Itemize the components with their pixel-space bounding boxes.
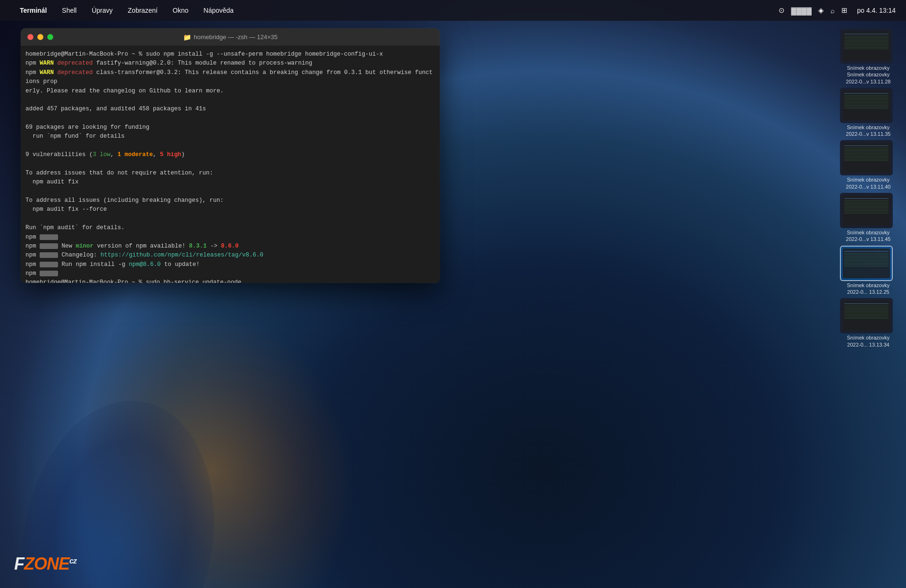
minimize-button[interactable]: [37, 34, 43, 40]
terminal-line: [25, 114, 435, 123]
screenshot-thumbnail: [840, 140, 893, 175]
terminal-line: npm ■■■■■ New minor version of npm avail…: [25, 242, 435, 251]
terminal-line: [25, 160, 435, 169]
screenshot-thumbnail: [840, 298, 893, 333]
menu-okno[interactable]: Okno: [170, 6, 191, 15]
terminal-line: npm ■■■■■: [25, 269, 435, 278]
menubar: Terminál Shell Úpravy Zobrazení Okno Náp…: [0, 0, 906, 21]
terminal-line: [25, 215, 435, 224]
screenshot-label: Snímek obrazovky2022-0... 13.12.25: [840, 282, 897, 296]
battery-icon: ▓▓▓▓: [791, 7, 812, 15]
terminal-title: 📁 homebridge — -zsh — 124×35: [183, 33, 277, 41]
terminal-line: npm ■■■■■ Changelog: https://github.com/…: [25, 251, 435, 260]
screenshot-label: Snímek obrazovky2022-0...v 13.11.40: [840, 176, 897, 190]
terminal-line: npm ■■■■■ Run npm install -g npm@8.6.0 t…: [25, 260, 435, 269]
screenshot-thumbnail: [840, 193, 893, 228]
screenshot-thumbnail-selected: [840, 246, 893, 281]
folder-icon: 📁: [183, 33, 191, 41]
screenshot-item[interactable]: Snímek obrazovky2022-0...v 13.11.35: [840, 88, 897, 138]
screenshot-item[interactable]: Snímek obrazovky2022-0...v 13.11.40: [840, 140, 897, 190]
screenshot-item-selected[interactable]: Snímek obrazovky2022-0... 13.12.25: [840, 246, 897, 296]
menu-upravy[interactable]: Úpravy: [89, 6, 115, 15]
terminal-line: [25, 187, 435, 196]
screenshot-label: Snímek obrazovkySnímek obrazovky 2022-0.…: [840, 65, 897, 85]
screenshot-thumbnail: [840, 88, 893, 123]
terminal-body[interactable]: homebridge@Martin-MacBook-Pro ~ % sudo n…: [21, 46, 440, 283]
screenshot-label: Snímek obrazovky2022-0... 13.13.34: [840, 334, 897, 348]
terminal-line: homebridge@Martin-MacBook-Pro ~ % sudo h…: [25, 278, 435, 283]
screenshot-label: Snímek obrazovky2022-0...v 13.11.45: [840, 229, 897, 243]
window-controls: [27, 34, 53, 40]
screenshot-item[interactable]: Snímek obrazovky2022-0... 13.13.34: [840, 298, 897, 348]
screenshot-thumbnail: [840, 28, 893, 64]
terminal-line: npm WARN deprecated class-transformer@0.…: [25, 68, 435, 96]
terminal-line: added 457 packages, and audited 458 pack…: [25, 105, 435, 114]
controlcenter-icon[interactable]: ⊞: [841, 6, 847, 15]
terminal-line: 69 packages are looking for funding: [25, 123, 435, 132]
screenshot-label: Snímek obrazovky2022-0...v 13.11.35: [840, 124, 897, 138]
terminal-line: run `npm fund` for details: [25, 132, 435, 141]
screenshot-item[interactable]: Snímek obrazovkySnímek obrazovky 2022-0.…: [840, 28, 897, 85]
wifi-icon[interactable]: ◈: [818, 6, 824, 15]
terminal-line: homebridge@Martin-MacBook-Pro ~ % sudo n…: [25, 50, 435, 59]
terminal-window: 📁 homebridge — -zsh — 124×35 homebridge@…: [21, 28, 440, 283]
datetime-display: po 4.4. 13:14: [854, 6, 898, 15]
menu-shell[interactable]: Shell: [59, 6, 79, 15]
screen-recording-icon[interactable]: ⊙: [779, 6, 785, 15]
screenshot-item[interactable]: Snímek obrazovky2022-0...v 13.11.45: [840, 193, 897, 243]
menu-napoveda[interactable]: Nápověda: [201, 6, 236, 15]
fzone-logo: FZONEcz: [14, 554, 76, 574]
terminal-line: To address all issues (including breakin…: [25, 196, 435, 205]
terminal-line: npm ■■■■■: [25, 233, 435, 242]
terminal-line: npm audit fix: [25, 178, 435, 187]
terminal-line: npm WARN deprecated fastify-warning@0.2.…: [25, 59, 435, 68]
sidebar-screenshots: Snímek obrazovkySnímek obrazovky 2022-0.…: [840, 28, 897, 348]
close-button[interactable]: [27, 34, 34, 40]
terminal-line: npm audit fix --force: [25, 205, 435, 214]
terminal-line: To address issues that do not require at…: [25, 169, 435, 178]
terminal-line: [25, 141, 435, 150]
menu-zobrazeni[interactable]: Zobrazení: [125, 6, 160, 15]
terminal-titlebar: 📁 homebridge — -zsh — 124×35: [21, 28, 440, 46]
maximize-button[interactable]: [47, 34, 53, 40]
menu-terminal[interactable]: Terminál: [17, 6, 50, 15]
search-icon[interactable]: ⌕: [830, 7, 835, 15]
terminal-line: Run `npm audit` for details.: [25, 224, 435, 232]
terminal-line: [25, 96, 435, 105]
terminal-line: 9 vulnerabilities (3 low, 1 moderate, 5 …: [25, 150, 435, 159]
